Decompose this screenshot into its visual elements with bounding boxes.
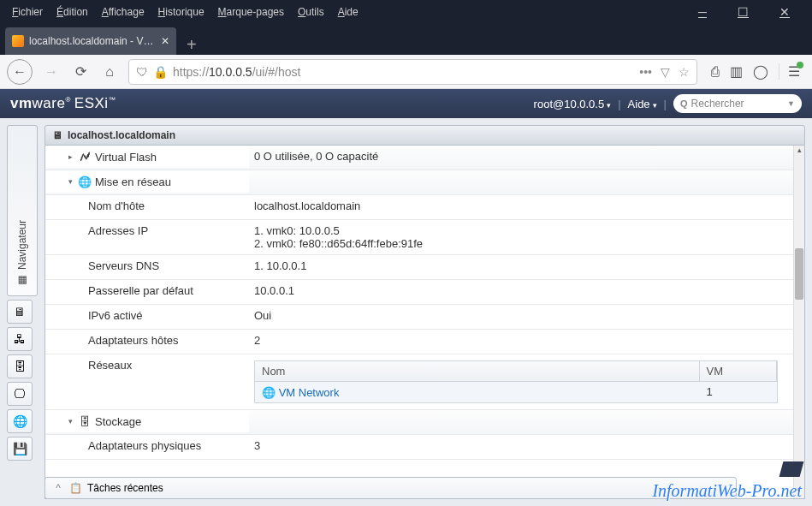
account-icon[interactable]: ◯ [753,63,768,80]
back-button[interactable]: ← [7,59,33,85]
tasks-icon: 📋 [69,482,82,494]
content-panel: 🖥 localhost.localdomain ▸ 🗲 Virtual Flas… [44,125,805,499]
chevron-down-icon: ▼ [787,99,795,108]
firefox-tabbar: localhost.localdomain - VMwa ✕ + [0,24,812,55]
tab-close-icon[interactable]: ✕ [161,35,169,47]
sidebar-icon-datastore[interactable]: 💾 [7,437,33,461]
scrollbar-thumb[interactable] [795,248,803,300]
menu-bookmarks[interactable]: Marque-pages [211,3,291,21]
menu-file[interactable]: Fichier [5,3,50,21]
navigator-icon: ▦ [16,275,28,287]
col-name: Nom [255,361,700,381]
row-hostname: Nom d'hôte localhost.localdomain [45,195,793,220]
row-storage: ▾ 🗄 Stockage [45,410,793,435]
firefox-navbar: ← → ⟳ ⌂ 🛡 🔒 https://10.0.0.5/ui/#/host •… [0,55,812,89]
chevron-up-icon: ^ [52,482,64,494]
window-maximize-icon[interactable]: ☐ [731,2,756,22]
watermark-laptop-icon [779,461,804,477]
network-icon: 🌐 [262,385,276,399]
hamburger-menu-icon[interactable]: ☰ [779,63,800,80]
url-text: https://10.0.0.5/ui/#/host [173,65,634,79]
sidebar-icon-network[interactable]: 🌐 [7,409,33,433]
menu-history[interactable]: Historique [151,3,211,21]
menu-edit[interactable]: Édition [50,3,95,21]
networks-table: Nom VM 🌐 VM Network 1 [254,360,778,403]
row-gateway: Passerelle par défaut 10.0.0.1 [45,280,793,305]
tab-title: localhost.localdomain - VMwa [29,35,156,47]
lock-warning-icon: 🔒 [153,65,168,79]
navigator-tab[interactable]: ▦ Navigateur [7,125,38,296]
row-dns: Serveurs DNS 1. 10.0.0.1 [45,255,793,280]
window-close-icon[interactable]: ✕ [773,2,797,22]
watermark: InformatiWeb-Pro.net [652,481,802,501]
row-ipv6: IPv6 activé Oui [45,305,793,330]
sidebar-icon-vm[interactable]: 🖧 [7,327,33,351]
network-icon: 🌐 [78,175,92,188]
user-menu[interactable]: root@10.0.0.5 [534,98,612,110]
page-title: localhost.localdomain [68,129,175,141]
new-tab-button[interactable]: + [176,35,207,55]
library-icon[interactable]: ⎙ [711,64,720,80]
tab-esxi[interactable]: localhost.localdomain - VMwa ✕ [5,27,176,55]
reload-button[interactable]: ⟳ [70,62,91,82]
window-minimize-icon[interactable]: ─ [691,2,714,22]
menu-help[interactable]: Aide [331,3,365,21]
page-actions-icon[interactable]: ••• [639,65,652,79]
firefox-menubar: Fichier Édition Affichage Historique Mar… [0,0,812,24]
home-button[interactable]: ⌂ [99,62,120,82]
address-bar[interactable]: 🛡 🔒 https://10.0.0.5/ui/#/host ••• ▽ ☆ [128,59,697,85]
favicon-icon [12,35,24,47]
vm-network-link[interactable]: VM Network [279,386,340,399]
scrollbar[interactable]: ▴ ▾ [793,146,804,498]
collapse-icon[interactable]: ▾ [66,177,74,186]
row-ip-addresses: Adresses IP 1. vmk0: 10.0.0.5 2. vmk0: f… [45,220,793,255]
scroll-up-icon[interactable]: ▴ [794,146,804,158]
bookmark-star-icon[interactable]: ☆ [679,65,690,79]
row-networks: Réseaux Nom VM 🌐 VM Network [45,354,793,410]
col-vm: VM [700,361,777,381]
collapse-icon[interactable]: ▾ [66,417,74,426]
forward-button: → [41,62,62,82]
sidebar: ▦ Navigateur 🖥 🖧 🗄 🖵 🌐 💾 [7,125,38,499]
shield-icon: 🛡 [136,65,148,79]
sidebar-icon-storage[interactable]: 🗄 [7,354,33,378]
content-body: ▸ 🗲 Virtual Flash 0 O utilisée, 0 O capa… [44,146,805,499]
esxi-header: vmware®ESXi™ root@10.0.0.5 | Aide | Q Re… [0,89,812,118]
recent-tasks-bar[interactable]: ^ 📋 Tâches récentes [44,477,737,499]
row-physical-adapters: Adaptateurs physiques 3 [45,435,793,460]
row-virtual-flash: ▸ 🗲 Virtual Flash 0 O utilisée, 0 O capa… [45,146,793,170]
expand-icon[interactable]: ▸ [66,152,74,161]
vmware-logo: vmware®ESXi™ [10,95,116,112]
table-row[interactable]: 🌐 VM Network 1 [255,382,777,402]
row-host-adapters: Adaptateurs hôtes 2 [45,330,793,354]
menu-view[interactable]: Affichage [95,3,151,21]
flash-icon: 🗲 [78,150,92,164]
help-menu[interactable]: Aide [628,98,657,110]
content-header: 🖥 localhost.localdomain [44,125,805,146]
tracking-icon[interactable]: ▽ [661,65,670,79]
row-networking: ▾ 🌐 Mise en réseau [45,170,793,195]
storage-icon: 🗄 [78,414,92,428]
host-icon: 🖥 [52,129,62,141]
search-input[interactable]: Q Rechercher ▼ [673,94,802,113]
sidebar-icon[interactable]: ▥ [730,63,743,80]
menu-tools[interactable]: Outils [291,3,331,21]
sidebar-icon-host[interactable]: 🖥 [7,300,33,324]
sidebar-icon-monitor[interactable]: 🖵 [7,382,33,406]
search-icon: Q [680,98,688,109]
esxi-body: ▦ Navigateur 🖥 🖧 🗄 🖵 🌐 💾 🖥 localhost.loc… [0,118,812,506]
